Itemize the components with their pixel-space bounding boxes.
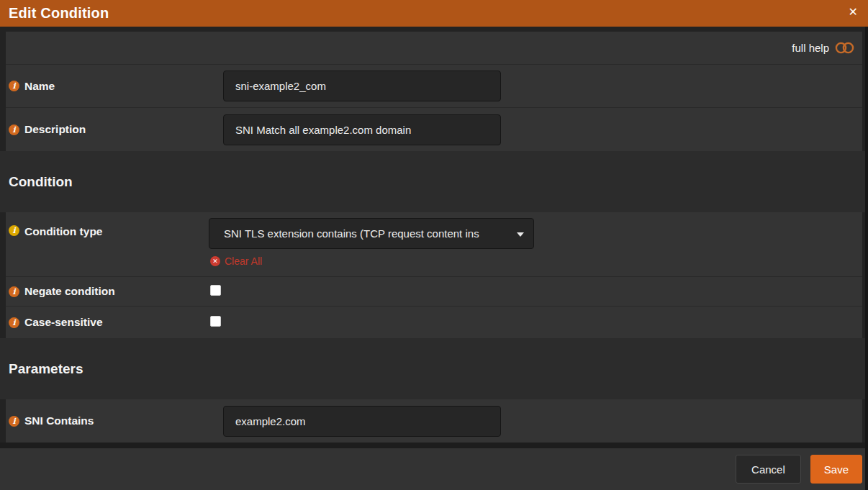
- negate-condition-checkbox[interactable]: [210, 285, 221, 296]
- condition-type-selected-value: SNI TLS extension contains (TCP request …: [224, 227, 479, 240]
- condition-fields-table: i Condition type SNI TLS extension conta…: [6, 212, 862, 338]
- info-icon[interactable]: i: [9, 286, 19, 297]
- full-help-row: full help: [6, 32, 862, 65]
- close-icon[interactable]: ✕: [849, 6, 858, 18]
- sni-contains-input[interactable]: [223, 406, 501, 437]
- dialog-body: full help i Name: [0, 27, 868, 443]
- dialog-footer: Cancel Save: [0, 448, 868, 490]
- field-row-condition-type: i Condition type SNI TLS extension conta…: [6, 212, 862, 277]
- negate-condition-label-cell: i Negate condition: [9, 285, 209, 298]
- condition-type-select[interactable]: SNI TLS extension contains (TCP request …: [209, 218, 534, 249]
- info-icon[interactable]: i: [9, 416, 19, 427]
- field-row-case-sensitive: i Case-sensitive: [6, 307, 862, 338]
- info-icon[interactable]: i: [9, 317, 19, 328]
- field-row-sni-contains: i SNI Contains: [6, 399, 862, 443]
- section-condition: Condition: [0, 151, 868, 212]
- chevron-down-icon: [517, 232, 524, 237]
- info-icon[interactable]: i: [9, 124, 19, 135]
- sni-contains-label: SNI Contains: [24, 414, 94, 427]
- edit-condition-dialog: Edit Condition ✕ full help i Name: [0, 0, 868, 490]
- field-row-name: i Name: [6, 65, 862, 108]
- case-sensitive-label: Case-sensitive: [24, 316, 103, 329]
- dialog-title: Edit Condition: [9, 5, 109, 22]
- clear-all-icon: ✕: [210, 256, 220, 266]
- condition-type-label-cell: i Condition type: [9, 212, 209, 238]
- name-input[interactable]: [223, 71, 501, 101]
- info-icon[interactable]: i: [9, 81, 19, 91]
- description-input[interactable]: [223, 114, 501, 145]
- condition-type-label: Condition type: [24, 225, 103, 238]
- cancel-button[interactable]: Cancel: [736, 455, 801, 484]
- dialog-header: Edit Condition ✕: [0, 0, 868, 27]
- section-parameters: Parameters: [0, 338, 868, 399]
- description-label-cell: i Description: [9, 123, 209, 136]
- clear-all-label: Clear All: [225, 255, 262, 267]
- footer-divider: [0, 443, 868, 448]
- case-sensitive-checkbox[interactable]: [210, 316, 221, 327]
- section-condition-title: Condition: [9, 174, 73, 190]
- save-button[interactable]: Save: [810, 455, 862, 484]
- parameters-fields-table: i SNI Contains: [6, 399, 862, 443]
- name-label: Name: [24, 80, 55, 93]
- clear-all-link[interactable]: ✕ Clear All: [210, 255, 262, 267]
- case-sensitive-label-cell: i Case-sensitive: [9, 316, 209, 329]
- sni-contains-label-cell: i SNI Contains: [9, 414, 209, 427]
- general-fields-table: full help i Name: [6, 32, 862, 151]
- name-label-cell: i Name: [9, 80, 209, 93]
- field-row-description: i Description: [6, 108, 862, 151]
- section-parameters-title: Parameters: [9, 361, 83, 377]
- description-label: Description: [24, 123, 86, 136]
- negate-condition-label: Negate condition: [24, 285, 115, 298]
- info-icon[interactable]: i: [9, 225, 19, 236]
- full-help-label: full help: [792, 42, 829, 54]
- full-help-toggle-icon[interactable]: [835, 42, 855, 54]
- field-row-negate-condition: i Negate condition: [6, 277, 862, 307]
